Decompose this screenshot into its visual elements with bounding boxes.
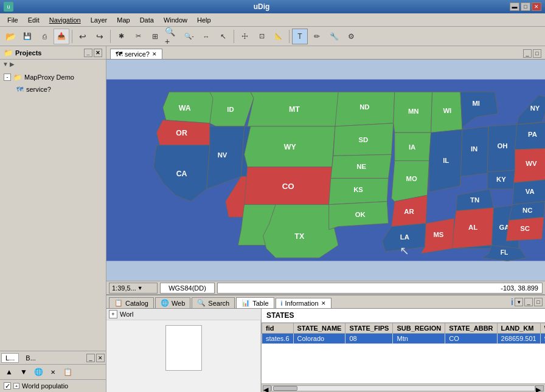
tab-layers[interactable]: L...: [1, 353, 19, 363]
layer-settings-button[interactable]: ⚙: [343, 29, 359, 44]
tab-bookmarks[interactable]: B...: [21, 353, 40, 363]
menu-help[interactable]: Help: [192, 15, 216, 25]
menu-data[interactable]: Data: [135, 15, 159, 25]
map-tab-bar: 🗺 service? ✕ _ □: [106, 46, 545, 60]
pan-button[interactable]: ↔: [198, 29, 214, 44]
scroll-right-button[interactable]: ▶: [535, 385, 544, 391]
catalog-icon: 📋: [114, 299, 123, 307]
maximize-button[interactable]: □: [521, 2, 530, 11]
layer-world-population[interactable]: ✓ + World populatio: [2, 381, 103, 391]
map-tab-service[interactable]: 🗺 service? ✕: [110, 49, 162, 59]
col-fid: fid: [262, 323, 294, 334]
svg-text:VA: VA: [526, 188, 535, 195]
menu-file[interactable]: File: [2, 15, 23, 25]
map-minimize-button[interactable]: _: [523, 49, 532, 58]
scale-selector[interactable]: 1:39,5... ▼: [109, 283, 158, 294]
col-sub-region: SUB_REGION: [393, 323, 445, 334]
tab-info-close[interactable]: ✕: [321, 300, 326, 306]
measure-button[interactable]: 📐: [271, 29, 286, 44]
layer-minimize-button[interactable]: _: [86, 354, 95, 362]
sep4: [289, 30, 290, 43]
layer-add-button[interactable]: 🌐: [32, 366, 45, 378]
tab-table[interactable]: 📊 Table: [236, 297, 274, 308]
layer-check-world[interactable]: ✓: [4, 382, 11, 390]
layer-down-button[interactable]: ▼: [17, 366, 30, 378]
menu-window[interactable]: Window: [159, 15, 192, 25]
scroll-thumb[interactable]: [273, 386, 297, 391]
tree-item-service[interactable]: 🗺 service?: [2, 83, 103, 95]
bottom-minimize-button[interactable]: _: [524, 298, 533, 306]
menu-edit[interactable]: Edit: [23, 15, 44, 25]
info-cursor-button[interactable]: ☩: [237, 29, 252, 44]
zoom-extent-button[interactable]: ⊞: [147, 29, 163, 44]
menu-bar: File Edit Navigation Layer Map Data Wind…: [0, 13, 545, 27]
layer-expand-world[interactable]: +: [13, 383, 19, 389]
layer-up-button[interactable]: ▲: [2, 366, 16, 378]
save-button[interactable]: 💾: [19, 29, 35, 44]
menu-map[interactable]: Map: [112, 15, 134, 25]
scroll-left-button[interactable]: ◀: [263, 385, 271, 391]
window-controls[interactable]: ▬ □ ✕: [510, 2, 541, 11]
layer-toolbar: ▲ ▼ 🌐 ✕ 📋: [0, 365, 106, 380]
svg-text:OK: OK: [355, 211, 366, 218]
projects-minimize-button[interactable]: _: [84, 49, 92, 57]
svg-marker-23: [263, 205, 339, 258]
map-tab-close[interactable]: ✕: [152, 51, 157, 57]
draw-button[interactable]: T: [292, 29, 308, 44]
zoom-out-button[interactable]: 🔍-: [181, 29, 197, 44]
layer-list: ✓ + World populatio: [0, 380, 106, 392]
tree-item-mapproxy[interactable]: - 📁 MapProxy Demo: [2, 71, 103, 83]
scale-dropdown-icon[interactable]: ▼: [137, 285, 143, 291]
table-row[interactable]: states.6 Colorado 08 Mtn CO 268659.501 9…: [262, 334, 546, 344]
bottom-maximize-button[interactable]: □: [534, 298, 543, 306]
tab-information[interactable]: i Information ✕: [276, 298, 332, 308]
projects-close-button[interactable]: ✕: [94, 49, 102, 57]
app-icon: u: [4, 2, 13, 12]
projects-arrow[interactable]: ▼ ▶: [0, 60, 106, 69]
redo-button[interactable]: ↪: [92, 29, 108, 44]
svg-text:KS: KS: [353, 186, 363, 193]
pointer-button[interactable]: ↖: [215, 29, 231, 44]
edit-button[interactable]: ✏: [309, 29, 325, 44]
projects-tab-header: 📁 Projects _ ✕: [0, 46, 106, 60]
svg-text:MO: MO: [406, 175, 417, 182]
select-tool[interactable]: ✱: [113, 29, 129, 44]
map-maximize-button[interactable]: □: [533, 49, 541, 58]
tree-label-service: service?: [26, 86, 51, 93]
tree-expand-mapproxy[interactable]: -: [4, 74, 11, 81]
tab-catalog-label: Catalog: [125, 300, 148, 307]
layer-close-button[interactable]: ✕: [96, 354, 105, 362]
tab-web[interactable]: 🌐 Web: [155, 297, 190, 308]
map-tab-icon: 🗺: [116, 50, 122, 58]
layer-remove-button[interactable]: ✕: [46, 366, 60, 378]
tab-search[interactable]: 🔍 Search: [192, 297, 235, 308]
data-table[interactable]: fid STATE_NAME STATE_FIPS SUB_REGION STA…: [262, 323, 545, 383]
cell-state-abbr: CO: [445, 334, 497, 344]
zoom-select-button[interactable]: ⊡: [254, 29, 269, 44]
undo-button[interactable]: ↩: [75, 29, 91, 44]
coordinates-display: -103, 38.899: [217, 283, 543, 294]
layer-info-button[interactable]: 📋: [61, 366, 74, 378]
settings-button[interactable]: 🔧: [326, 29, 342, 44]
new-button[interactable]: 📂: [2, 29, 18, 44]
left-panel: 📁 Projects _ ✕ ▼ ▶ - 📁 MapProxy Demo 🗺 s…: [0, 46, 106, 392]
zoom-in-button[interactable]: 🔍+: [164, 29, 180, 44]
menu-layer[interactable]: Layer: [86, 15, 113, 25]
bottom-dropdown-button[interactable]: ▾: [515, 298, 523, 306]
print-button[interactable]: ⎙: [36, 29, 52, 44]
table-scrollbar[interactable]: ◀ ▶: [262, 383, 545, 392]
menu-navigation[interactable]: Navigation: [44, 15, 86, 25]
cut-tool[interactable]: ✂: [130, 29, 146, 44]
map-container[interactable]: WA OR CA ID NV: [106, 60, 545, 281]
import-button[interactable]: 📥: [54, 29, 69, 44]
cell-land-km: 268659.501: [497, 334, 540, 344]
close-button[interactable]: ✕: [532, 2, 541, 11]
minimize-button[interactable]: ▬: [510, 2, 519, 11]
scroll-track[interactable]: [271, 385, 535, 391]
world-expand-icon[interactable]: +: [109, 310, 117, 318]
world-population-item[interactable]: + Worl: [106, 309, 261, 320]
cell-sub-region: Mtn: [393, 334, 445, 344]
info-button[interactable]: i: [511, 297, 513, 307]
world-preview-thumbnail: [165, 325, 202, 371]
tab-catalog[interactable]: 📋 Catalog: [109, 297, 154, 308]
